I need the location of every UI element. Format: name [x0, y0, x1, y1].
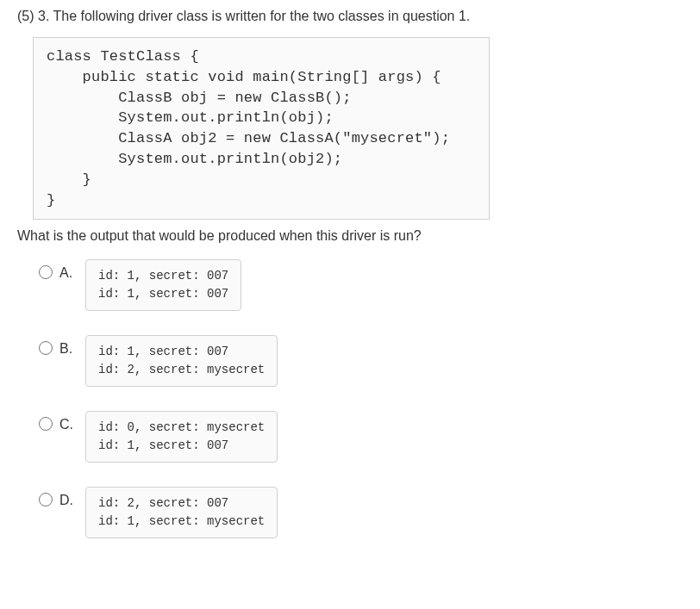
option-row: D. id: 2, secret: 007 id: 1, secret: mys…: [39, 487, 683, 538]
option-c-radio[interactable]: [39, 417, 53, 431]
option-b-output: id: 1, secret: 007 id: 2, secret: mysecr…: [85, 335, 278, 387]
options-list: A. id: 1, secret: 007 id: 1, secret: 007…: [39, 259, 683, 538]
option-row: A. id: 1, secret: 007 id: 1, secret: 007: [39, 259, 683, 311]
option-a-radio[interactable]: [39, 265, 53, 279]
option-label: C.: [59, 411, 85, 432]
option-c-output: id: 0, secret: mysecret id: 1, secret: 0…: [85, 411, 278, 463]
option-d-output: id: 2, secret: 007 id: 1, secret: mysecr…: [85, 487, 278, 538]
option-label: A.: [59, 259, 85, 281]
question-prompt: What is the output that would be produce…: [17, 228, 683, 244]
option-d-radio[interactable]: [39, 493, 53, 506]
option-label: B.: [59, 335, 85, 357]
option-a-output: id: 1, secret: 007 id: 1, secret: 007: [85, 259, 241, 311]
option-row: B. id: 1, secret: 007 id: 2, secret: mys…: [39, 335, 683, 387]
option-b-radio[interactable]: [39, 341, 53, 355]
question-header: (5) 3. The following driver class is wri…: [17, 9, 683, 24]
option-label: D.: [59, 487, 85, 508]
question-code-block: class TestClass { public static void mai…: [33, 37, 490, 220]
option-row: C. id: 0, secret: mysecret id: 1, secret…: [39, 411, 683, 463]
